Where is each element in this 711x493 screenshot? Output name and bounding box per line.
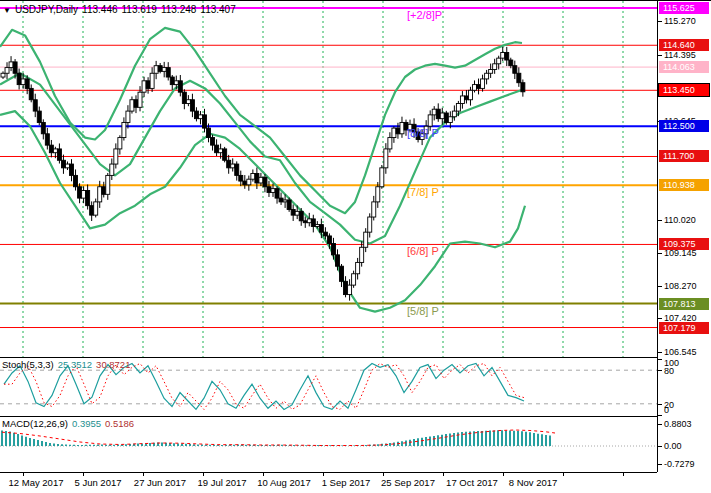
candle-body	[126, 111, 130, 122]
time-tick-mark	[623, 473, 624, 476]
candle-body	[259, 177, 263, 183]
candle-body	[49, 145, 53, 153]
time-tick-mark	[563, 473, 564, 476]
candle-body	[207, 128, 211, 137]
ohlc-close: 113.407	[200, 4, 235, 15]
candle-body	[25, 79, 29, 88]
candle-body	[348, 285, 352, 294]
candle-body	[45, 134, 49, 145]
candle-body	[444, 113, 448, 122]
candle-body	[138, 92, 142, 107]
price-tick-mark	[658, 286, 662, 287]
time-tick-mark	[83, 473, 84, 476]
candle-body	[356, 262, 360, 273]
macd-signal-value: 0.5186	[105, 418, 134, 429]
candle-body	[452, 111, 456, 117]
macd-tick-mark	[658, 446, 662, 447]
macd-label: MACD(12,26,9)0.39550.5186	[2, 418, 134, 429]
candle-body	[275, 189, 279, 198]
candle-body	[489, 69, 493, 73]
date-label: 25 Sep 2017	[381, 477, 435, 488]
stoch-tick-mark	[658, 359, 662, 360]
price-badge: 107.179	[659, 322, 709, 334]
candle-body	[114, 149, 118, 164]
time-axis[interactable]: 12 May 20175 Jun 201727 Jun 201719 Jul 2…	[0, 473, 711, 493]
time-tick-mark	[263, 473, 264, 476]
candle-body	[440, 113, 444, 119]
candle-body	[13, 62, 17, 73]
candle-body	[456, 104, 460, 112]
time-tick-mark	[323, 473, 324, 476]
candle-body	[154, 66, 158, 74]
date-label: 5 Jun 2017	[74, 477, 121, 488]
symbol-dropdown-icon[interactable]: ▼	[3, 6, 11, 15]
candlestick-chart[interactable]: [+2/8]P[8/8] P[7/8] P[6/8] P[5/8] P	[0, 1, 657, 357]
candle-body	[299, 211, 303, 220]
candle-body	[323, 232, 327, 236]
candle-body	[33, 100, 37, 111]
candle-body	[287, 200, 291, 209]
candle-body	[227, 160, 231, 168]
candle-body	[473, 85, 477, 91]
price-tick-label: 115.270	[664, 16, 696, 26]
murrey-label: [7/8] P	[407, 186, 439, 198]
macd-scale-label: 0.00	[664, 441, 682, 451]
stoch-tick-mark	[658, 415, 662, 416]
bollinger-bands	[0, 28, 525, 312]
candle-body	[166, 68, 170, 77]
candle-body	[521, 83, 525, 92]
stochastic-panel[interactable]: Stoch(5,3,3)25.351230.8721	[0, 358, 657, 417]
candle-body	[78, 187, 82, 198]
candle-body	[460, 96, 464, 104]
candle-body	[178, 81, 182, 92]
candle-body	[29, 88, 33, 99]
candle-body	[517, 73, 521, 82]
candle-body	[432, 109, 436, 115]
candle-body	[368, 217, 372, 232]
date-label: 8 Nov 2017	[509, 477, 558, 488]
ohlc-high: 113.619	[122, 4, 157, 15]
main-chart-panel[interactable]: ▼USDJPY,Daily113.446113.619113.248113.40…	[0, 1, 657, 358]
candle-body	[331, 244, 335, 255]
candle-body	[170, 77, 174, 85]
candle-body	[428, 115, 432, 126]
candle-body	[182, 92, 186, 103]
candle-body	[400, 122, 404, 133]
stoch-scale-label: 80	[664, 366, 674, 376]
date-label: 12 May 2017	[9, 477, 64, 488]
candle-body	[86, 191, 90, 206]
candle-body	[106, 175, 110, 194]
candle-body	[5, 68, 9, 74]
candle-body	[110, 164, 114, 175]
date-label: 27 Jun 2017	[134, 477, 186, 488]
candle-body	[223, 149, 227, 160]
candle-body	[118, 138, 122, 149]
stoch-tick-mark	[658, 370, 662, 371]
candle-body	[493, 64, 497, 70]
chart-title: ▼USDJPY,Daily113.446113.619113.248113.40…	[3, 4, 240, 15]
price-axis[interactable]: 115.270114.395112.645110.020109.145108.2…	[658, 1, 711, 472]
candle-body	[384, 149, 388, 168]
candle-body	[198, 115, 202, 119]
candle-body	[364, 232, 368, 247]
candle-body	[146, 81, 150, 89]
candle-body	[142, 81, 146, 92]
chart-area[interactable]: ▼USDJPY,Daily113.446113.619113.248113.40…	[0, 1, 658, 472]
macd-panel[interactable]: MACD(12,26,9)0.39550.5186	[0, 417, 657, 473]
candle-body	[1, 73, 5, 77]
candle-body	[98, 187, 102, 202]
price-tick-mark	[658, 21, 662, 22]
stochastic-label: Stoch(5,3,3)25.351230.8721	[2, 359, 130, 370]
candle-body	[243, 181, 247, 185]
candle-body	[513, 66, 517, 74]
candle-body	[319, 225, 323, 233]
candle-body	[501, 52, 505, 58]
price-tick-mark	[658, 352, 662, 353]
candle-body	[255, 174, 259, 183]
candle-body	[65, 164, 69, 168]
candle-body	[448, 117, 452, 123]
candle-body	[17, 73, 21, 84]
ohlc-open: 113.446	[82, 4, 117, 15]
candle-body	[211, 138, 215, 146]
candle-body	[376, 187, 380, 202]
